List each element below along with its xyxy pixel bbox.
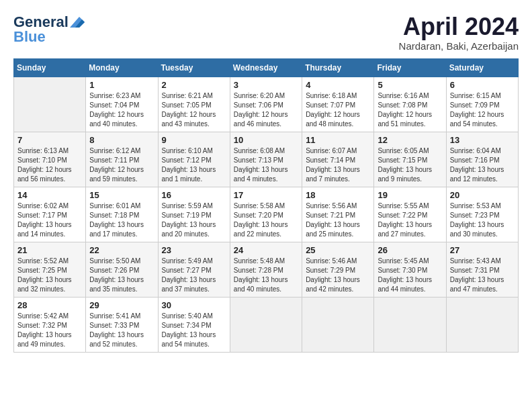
day-detail: Sunrise: 5:59 AMSunset: 7:19 PMDaylight:… bbox=[162, 201, 226, 239]
calendar-week-row: 28Sunrise: 5:42 AMSunset: 7:32 PMDayligh… bbox=[14, 297, 519, 352]
day-number: 5 bbox=[378, 80, 442, 90]
calendar-cell: 14Sunrise: 6:02 AMSunset: 7:17 PMDayligh… bbox=[14, 187, 86, 242]
calendar-cell: 9Sunrise: 6:10 AMSunset: 7:12 PMDaylight… bbox=[158, 132, 230, 187]
day-number: 2 bbox=[162, 80, 226, 90]
day-detail: Sunrise: 5:43 AMSunset: 7:31 PMDaylight:… bbox=[450, 257, 515, 294]
header-tuesday: Tuesday bbox=[158, 58, 230, 77]
day-detail: Sunrise: 5:50 AMSunset: 7:26 PMDaylight:… bbox=[89, 257, 154, 294]
day-number: 30 bbox=[162, 300, 226, 310]
day-detail: Sunrise: 5:49 AMSunset: 7:27 PMDaylight:… bbox=[162, 257, 226, 294]
calendar-week-row: 14Sunrise: 6:02 AMSunset: 7:17 PMDayligh… bbox=[14, 187, 519, 242]
calendar-week-row: 7Sunrise: 6:13 AMSunset: 7:10 PMDaylight… bbox=[14, 132, 519, 187]
day-number: 28 bbox=[17, 300, 82, 310]
day-number: 11 bbox=[306, 135, 370, 145]
calendar-cell: 22Sunrise: 5:50 AMSunset: 7:26 PMDayligh… bbox=[86, 242, 158, 297]
day-number: 18 bbox=[306, 190, 370, 200]
day-number: 21 bbox=[17, 245, 82, 255]
day-number: 15 bbox=[89, 190, 154, 200]
day-detail: Sunrise: 5:58 AMSunset: 7:20 PMDaylight:… bbox=[234, 201, 298, 239]
calendar-cell bbox=[230, 297, 302, 352]
day-number: 13 bbox=[450, 135, 515, 145]
day-detail: Sunrise: 5:42 AMSunset: 7:32 PMDaylight:… bbox=[17, 312, 82, 349]
day-detail: Sunrise: 6:13 AMSunset: 7:10 PMDaylight:… bbox=[17, 146, 82, 184]
calendar-cell: 20Sunrise: 5:53 AMSunset: 7:23 PMDayligh… bbox=[446, 187, 518, 242]
day-number: 16 bbox=[162, 190, 226, 200]
calendar-cell: 18Sunrise: 5:56 AMSunset: 7:21 PMDayligh… bbox=[302, 187, 374, 242]
day-detail: Sunrise: 6:01 AMSunset: 7:18 PMDaylight:… bbox=[89, 201, 154, 239]
calendar-cell: 28Sunrise: 5:42 AMSunset: 7:32 PMDayligh… bbox=[14, 297, 86, 352]
calendar-cell: 25Sunrise: 5:46 AMSunset: 7:29 PMDayligh… bbox=[302, 242, 374, 297]
header-thursday: Thursday bbox=[302, 58, 374, 77]
calendar-cell: 30Sunrise: 5:40 AMSunset: 7:34 PMDayligh… bbox=[158, 297, 230, 352]
title-block: April 2024 Nardaran, Baki, Azerbaijan bbox=[399, 13, 519, 52]
day-detail: Sunrise: 5:45 AMSunset: 7:30 PMDaylight:… bbox=[378, 257, 442, 294]
location: Nardaran, Baki, Azerbaijan bbox=[399, 40, 519, 52]
day-detail: Sunrise: 5:56 AMSunset: 7:21 PMDaylight:… bbox=[306, 201, 370, 239]
header-wednesday: Wednesday bbox=[230, 58, 302, 77]
day-number: 19 bbox=[378, 190, 442, 200]
calendar-cell: 24Sunrise: 5:48 AMSunset: 7:28 PMDayligh… bbox=[230, 242, 302, 297]
calendar-cell: 6Sunrise: 6:15 AMSunset: 7:09 PMDaylight… bbox=[446, 77, 518, 132]
calendar-cell: 1Sunrise: 6:23 AMSunset: 7:04 PMDaylight… bbox=[86, 77, 158, 132]
day-detail: Sunrise: 6:04 AMSunset: 7:16 PMDaylight:… bbox=[450, 146, 515, 184]
day-detail: Sunrise: 6:02 AMSunset: 7:17 PMDaylight:… bbox=[17, 201, 82, 239]
day-number: 20 bbox=[450, 190, 515, 200]
day-detail: Sunrise: 6:10 AMSunset: 7:12 PMDaylight:… bbox=[162, 146, 226, 184]
calendar-cell: 19Sunrise: 5:55 AMSunset: 7:22 PMDayligh… bbox=[374, 187, 446, 242]
calendar-header-row: SundayMondayTuesdayWednesdayThursdayFrid… bbox=[14, 58, 519, 77]
calendar-cell: 11Sunrise: 6:07 AMSunset: 7:14 PMDayligh… bbox=[302, 132, 374, 187]
calendar-cell: 2Sunrise: 6:21 AMSunset: 7:05 PMDaylight… bbox=[158, 77, 230, 132]
calendar-cell bbox=[374, 297, 446, 352]
day-detail: Sunrise: 6:07 AMSunset: 7:14 PMDaylight:… bbox=[306, 146, 370, 184]
day-detail: Sunrise: 6:05 AMSunset: 7:15 PMDaylight:… bbox=[378, 146, 442, 184]
calendar-cell: 27Sunrise: 5:43 AMSunset: 7:31 PMDayligh… bbox=[446, 242, 518, 297]
header-monday: Monday bbox=[86, 58, 158, 77]
calendar-cell: 16Sunrise: 5:59 AMSunset: 7:19 PMDayligh… bbox=[158, 187, 230, 242]
calendar-week-row: 21Sunrise: 5:52 AMSunset: 7:25 PMDayligh… bbox=[14, 242, 519, 297]
day-number: 7 bbox=[17, 135, 82, 145]
calendar-cell bbox=[446, 297, 518, 352]
day-detail: Sunrise: 6:08 AMSunset: 7:13 PMDaylight:… bbox=[234, 146, 298, 184]
day-number: 27 bbox=[450, 245, 515, 255]
day-detail: Sunrise: 6:20 AMSunset: 7:06 PMDaylight:… bbox=[234, 91, 298, 129]
day-detail: Sunrise: 5:52 AMSunset: 7:25 PMDaylight:… bbox=[17, 257, 82, 294]
day-number: 10 bbox=[234, 135, 298, 145]
day-number: 8 bbox=[89, 135, 154, 145]
day-number: 22 bbox=[89, 245, 154, 255]
calendar-cell: 29Sunrise: 5:41 AMSunset: 7:33 PMDayligh… bbox=[86, 297, 158, 352]
calendar-cell bbox=[14, 77, 86, 132]
day-number: 9 bbox=[162, 135, 226, 145]
header-sunday: Sunday bbox=[14, 58, 86, 77]
month-title: April 2024 bbox=[399, 13, 519, 40]
calendar-cell: 3Sunrise: 6:20 AMSunset: 7:06 PMDaylight… bbox=[230, 77, 302, 132]
day-number: 29 bbox=[89, 300, 154, 310]
calendar-cell: 26Sunrise: 5:45 AMSunset: 7:30 PMDayligh… bbox=[374, 242, 446, 297]
calendar-cell: 5Sunrise: 6:16 AMSunset: 7:08 PMDaylight… bbox=[374, 77, 446, 132]
day-number: 1 bbox=[89, 80, 154, 90]
day-number: 14 bbox=[17, 190, 82, 200]
day-detail: Sunrise: 5:40 AMSunset: 7:34 PMDaylight:… bbox=[162, 312, 226, 349]
day-detail: Sunrise: 5:55 AMSunset: 7:22 PMDaylight:… bbox=[378, 201, 442, 239]
calendar-cell: 17Sunrise: 5:58 AMSunset: 7:20 PMDayligh… bbox=[230, 187, 302, 242]
day-number: 24 bbox=[234, 245, 298, 255]
calendar-cell: 23Sunrise: 5:49 AMSunset: 7:27 PMDayligh… bbox=[158, 242, 230, 297]
day-number: 17 bbox=[234, 190, 298, 200]
calendar-cell: 13Sunrise: 6:04 AMSunset: 7:16 PMDayligh… bbox=[446, 132, 518, 187]
logo-icon bbox=[70, 17, 85, 28]
header-friday: Friday bbox=[374, 58, 446, 77]
logo-blue: Blue bbox=[13, 28, 46, 46]
calendar-cell: 8Sunrise: 6:12 AMSunset: 7:11 PMDaylight… bbox=[86, 132, 158, 187]
calendar-cell: 15Sunrise: 6:01 AMSunset: 7:18 PMDayligh… bbox=[86, 187, 158, 242]
calendar-cell: 10Sunrise: 6:08 AMSunset: 7:13 PMDayligh… bbox=[230, 132, 302, 187]
calendar-cell bbox=[302, 297, 374, 352]
page-header: General Blue April 2024 Nardaran, Baki, … bbox=[13, 13, 519, 52]
calendar-cell: 21Sunrise: 5:52 AMSunset: 7:25 PMDayligh… bbox=[14, 242, 86, 297]
calendar-cell: 4Sunrise: 6:18 AMSunset: 7:07 PMDaylight… bbox=[302, 77, 374, 132]
day-number: 3 bbox=[234, 80, 298, 90]
day-detail: Sunrise: 5:41 AMSunset: 7:33 PMDaylight:… bbox=[89, 312, 154, 349]
day-number: 26 bbox=[378, 245, 442, 255]
day-detail: Sunrise: 6:15 AMSunset: 7:09 PMDaylight:… bbox=[450, 91, 515, 129]
calendar-cell: 12Sunrise: 6:05 AMSunset: 7:15 PMDayligh… bbox=[374, 132, 446, 187]
day-detail: Sunrise: 5:48 AMSunset: 7:28 PMDaylight:… bbox=[234, 257, 298, 294]
day-number: 12 bbox=[378, 135, 442, 145]
